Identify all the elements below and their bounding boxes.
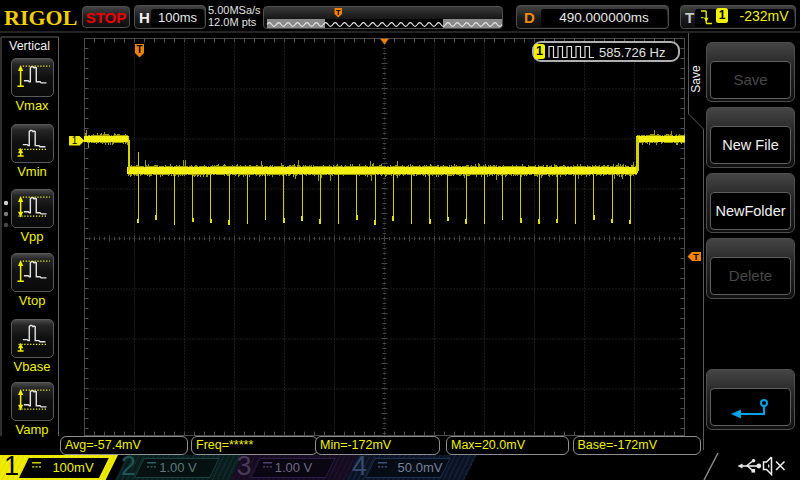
svg-text:T: T bbox=[693, 252, 699, 262]
svg-text:1: 1 bbox=[72, 135, 78, 146]
